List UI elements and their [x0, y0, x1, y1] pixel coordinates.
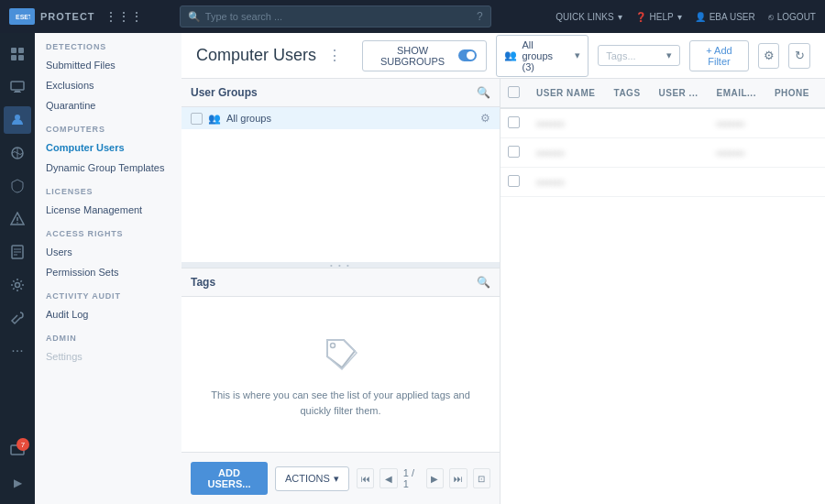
cell-user-2 — [650, 168, 708, 197]
sidebar-item-dynamic-group-templates[interactable]: Dynamic Group Templates — [35, 158, 182, 178]
sidebar-item-audit-log[interactable]: Audit Log — [35, 304, 182, 324]
tags-panel-header: Tags 🔍 — [182, 268, 500, 297]
section-access-rights: ACCESS RIGHTS — [35, 220, 182, 242]
prev-page-button[interactable]: ◀ — [380, 468, 397, 488]
sidebar-icon-alerts[interactable] — [4, 205, 31, 233]
col-phone[interactable]: PHONE — [765, 79, 819, 108]
users-table: USER NAME TAGS USER ... EMAIL... PHONE A… — [500, 79, 825, 197]
help-button[interactable]: ❓ HELP ▾ — [635, 12, 682, 22]
user-groups-search-icon[interactable]: 🔍 — [477, 86, 490, 99]
eset-logo: ESET — [9, 8, 35, 25]
grid-icon[interactable]: ⋮⋮⋮ — [104, 9, 143, 24]
sidebar-icon-reports[interactable] — [4, 238, 31, 266]
svg-point-13 — [16, 222, 18, 224]
actions-button[interactable]: ACTIONS ▾ — [275, 466, 349, 491]
sidebar-icon-computers[interactable] — [4, 73, 31, 101]
cell-tags-0 — [605, 108, 650, 138]
icon-sidebar: ··· 7 ▶ — [0, 33, 35, 504]
user-groups-panel: User Groups 🔍 👥 All groups ⚙ — [182, 79, 500, 262]
download-button[interactable]: ⊡ — [473, 468, 490, 488]
svg-rect-4 — [11, 55, 16, 60]
cell-username-2: •••••••• — [527, 168, 605, 197]
group-item-check — [191, 113, 203, 125]
cell-phone-2 — [765, 168, 819, 197]
page-title: Computer Users — [196, 46, 316, 65]
sidebar-icon-expand[interactable]: ▶ — [4, 469, 31, 497]
sidebar-icon-more[interactable]: ··· — [4, 337, 31, 365]
row-checkbox-1[interactable] — [508, 146, 520, 158]
search-icon: 🔍 — [188, 11, 201, 23]
sidebar-item-permission-sets[interactable]: Permission Sets — [35, 262, 182, 282]
group-item-all-groups[interactable]: 👥 All groups ⚙ — [182, 107, 500, 129]
sidebar-item-computer-users[interactable]: Computer Users — [35, 137, 182, 158]
col-user[interactable]: USER ... — [650, 79, 708, 108]
main-layout: ··· 7 ▶ DETECTIONS Submitted Files Exclu… — [0, 33, 825, 504]
search-input[interactable] — [205, 11, 477, 22]
section-computers: COMPUTERS — [35, 115, 182, 137]
row-checkbox-2[interactable] — [508, 175, 520, 187]
groups-list: 👥 All groups ⚙ — [182, 107, 500, 262]
sidebar-item-submitted-files[interactable]: Submitted Files — [35, 55, 182, 75]
row-checkbox-0[interactable] — [508, 116, 520, 128]
cell-phone-1 — [765, 138, 819, 168]
sidebar-icon-badge[interactable]: 7 — [4, 436, 31, 464]
user-button[interactable]: 👤 EBA USER — [695, 12, 755, 22]
section-licenses: LICENSES — [35, 178, 182, 200]
sidebar-item-exclusions[interactable]: Exclusions — [35, 75, 182, 95]
content-menu-button[interactable]: ⋮ — [325, 45, 344, 67]
add-filter-button[interactable]: + Add Filter — [689, 40, 749, 71]
cell-email-0: •••••••• — [707, 108, 764, 138]
svg-point-20 — [330, 344, 335, 348]
topbar-actions: QUICK LINKS ▾ ❓ HELP ▾ 👤 EBA USER ⎋ LOGO… — [556, 12, 816, 22]
sidebar-icon-dashboard[interactable] — [4, 40, 31, 68]
svg-rect-6 — [11, 82, 24, 90]
sidebar-icon-network[interactable] — [4, 139, 31, 167]
svg-rect-3 — [18, 48, 24, 53]
sidebar-item-quarantine[interactable]: Quarantine — [35, 95, 182, 115]
show-subgroups-toggle[interactable] — [458, 49, 477, 61]
sidebar-icon-wrench[interactable] — [4, 304, 31, 332]
section-detections: DETECTIONS — [35, 33, 182, 55]
sidebar-item-settings: Settings — [35, 346, 182, 367]
tags-filter[interactable]: Tags... ▾ — [598, 45, 680, 66]
table-container: USER NAME TAGS USER ... EMAIL... PHONE A… — [500, 79, 825, 504]
first-page-button[interactable]: ⏮ — [357, 468, 374, 488]
tags-panel: Tags 🔍 This is where you can see the lis… — [182, 268, 500, 504]
col-email[interactable]: EMAIL... — [707, 79, 764, 108]
next-page-button[interactable]: ▶ — [426, 468, 444, 488]
logout-button[interactable]: ⎋ LOGOUT — [768, 12, 816, 22]
page-indicator: 1 / 1 — [403, 467, 421, 489]
refresh-icon-btn[interactable]: ↻ — [788, 43, 810, 69]
group-item-settings-icon[interactable]: ⚙ — [480, 112, 490, 125]
cell-tags-1 — [605, 138, 650, 168]
section-activity-audit: ACTIVITY AUDIT — [35, 282, 182, 304]
select-all-checkbox[interactable] — [508, 86, 520, 98]
pagination-controls: ⏮ ◀ 1 / 1 ▶ ⏭ ⊡ — [357, 467, 490, 489]
product-label: PROTECT — [40, 11, 95, 22]
sidebar-nav: DETECTIONS Submitted Files Exclusions Qu… — [35, 33, 182, 504]
search-bar[interactable]: 🔍 ? — [180, 5, 491, 27]
settings-icon-btn[interactable]: ⚙ — [758, 43, 780, 69]
topbar: ESET PROTECT ⋮⋮⋮ 🔍 ? QUICK LINKS ▾ ❓ HEL… — [0, 0, 825, 33]
col-username[interactable]: USER NAME — [527, 79, 605, 108]
tags-footer: ADD USERS... ACTIONS ▾ ⏮ ◀ 1 / 1 — [182, 452, 500, 504]
groups-dropdown[interactable]: 👥 All groups (3) ▾ — [496, 35, 588, 77]
tags-empty-state: This is where you can see the list of yo… — [182, 297, 500, 452]
sidebar-item-users[interactable]: Users — [35, 242, 182, 262]
quick-links-button[interactable]: QUICK LINKS ▾ — [556, 12, 622, 22]
show-subgroups-button[interactable]: SHOW SUBGROUPS — [362, 40, 487, 71]
tags-filter-arrow: ▾ — [666, 49, 672, 61]
sidebar-icon-settings[interactable] — [4, 271, 31, 299]
left-panel: User Groups 🔍 👥 All groups ⚙ • • — [182, 79, 500, 504]
col-assigned[interactable]: ASSIGN... — [819, 79, 825, 108]
cell-username-1: •••••••• — [527, 138, 605, 168]
add-users-button[interactable]: ADD USERS... — [191, 462, 268, 495]
cell-assigned-2: 0 — [819, 168, 825, 197]
cell-username-0: •••••••• — [527, 108, 605, 138]
sidebar-icon-users[interactable] — [4, 106, 31, 134]
tags-search-icon[interactable]: 🔍 — [477, 276, 490, 289]
last-page-button[interactable]: ⏭ — [449, 468, 467, 488]
col-tags[interactable]: TAGS — [605, 79, 650, 108]
sidebar-item-license-management[interactable]: License Management — [35, 200, 182, 220]
sidebar-icon-shield[interactable] — [4, 172, 31, 200]
